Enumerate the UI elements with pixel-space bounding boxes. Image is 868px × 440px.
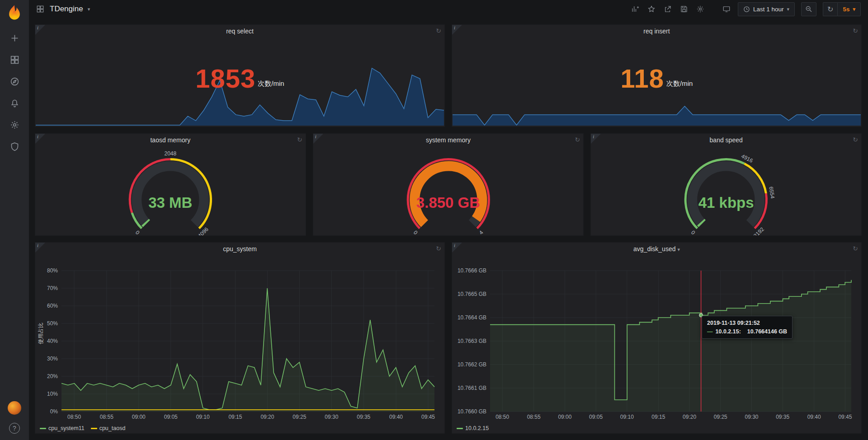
svg-text:09:05: 09:05 (164, 414, 178, 420)
legend-item[interactable]: cpu_taosd (91, 425, 126, 431)
svg-text:08:50: 08:50 (67, 414, 81, 420)
panel-title[interactable]: req select (35, 25, 444, 37)
refresh-interval-caret-icon: ▾ (853, 6, 855, 12)
chart-legend: cpu_system11 cpu_taosd (40, 425, 125, 431)
svg-text:0%: 0% (50, 408, 58, 415)
svg-text:08:50: 08:50 (495, 414, 509, 420)
alerting-bell-icon[interactable] (9, 98, 19, 108)
svg-text:10.7663 GB: 10.7663 GB (458, 338, 486, 344)
configuration-gear-icon[interactable] (9, 120, 19, 130)
refresh-button-group: ↻ 5s ▾ (823, 2, 861, 16)
panel-title[interactable]: taosd memory (35, 134, 306, 146)
panel-info-icon[interactable]: i (35, 25, 45, 35)
cycle-view-monitor-icon[interactable] (722, 4, 731, 14)
grafana-app: ? TDengine ▾ (0, 0, 868, 440)
legend-swatch (457, 428, 463, 429)
panel-info-icon[interactable]: i (313, 134, 323, 144)
svg-text:09:10: 09:10 (196, 414, 210, 420)
panel-info-icon[interactable]: i (591, 134, 601, 144)
panel-row-3: i cpu_system ↻ 使用占比 0%10%20%30%40%50%60%… (35, 242, 862, 434)
svg-text:30%: 30% (47, 356, 58, 362)
svg-text:2048: 2048 (164, 150, 176, 157)
panel-title[interactable]: req insert (452, 25, 861, 37)
svg-text:0: 0 (412, 229, 419, 235)
tooltip-series-swatch: — (707, 328, 713, 335)
dashboard-title-caret-icon[interactable]: ▾ (88, 6, 90, 12)
add-panel-icon[interactable] (630, 4, 640, 14)
sidebar: ? (0, 0, 29, 440)
avg-disk-used-chart[interactable]: 10.7660 GB10.7661 GB10.7662 GB10.7663 GB… (454, 267, 858, 421)
panel-body: 1853 次数/min (35, 37, 444, 126)
save-icon[interactable] (679, 4, 689, 14)
legend-item[interactable]: 10.0.2.15 (457, 425, 489, 431)
time-range-picker[interactable]: Last 1 hour ▾ (738, 2, 795, 16)
svg-text:10%: 10% (47, 391, 58, 397)
panel-title[interactable]: system memory (313, 134, 584, 146)
panel-loading-icon: ↻ (436, 245, 441, 252)
req-select-sparkline[interactable] (36, 65, 444, 126)
time-range-caret-icon: ▾ (787, 6, 790, 12)
band-speed-gauge[interactable]: 0491665548192 (591, 146, 861, 235)
tooltip-series-label: 10.0.2.15: (716, 328, 741, 335)
legend-label: cpu_taosd (99, 425, 126, 431)
system-memory-gauge[interactable]: 04 (313, 146, 584, 235)
star-icon[interactable] (646, 4, 656, 14)
dashboards-icon[interactable] (9, 55, 19, 65)
panel-title[interactable]: avg_disk_used ▾ (452, 243, 861, 255)
create-plus-icon[interactable] (9, 33, 19, 43)
svg-text:80%: 80% (47, 267, 58, 274)
navbar-left: TDengine ▾ (35, 4, 90, 14)
svg-text:0: 0 (690, 229, 697, 235)
svg-text:09:30: 09:30 (745, 414, 758, 420)
svg-text:0: 0 (134, 229, 141, 235)
svg-text:09:35: 09:35 (776, 414, 789, 420)
legend-label: cpu_system11 (48, 425, 85, 431)
share-icon[interactable] (663, 4, 673, 14)
svg-text:08:55: 08:55 (527, 414, 541, 420)
panel-title[interactable]: cpu_system (35, 243, 444, 255)
user-avatar[interactable] (8, 401, 21, 415)
panel-info-icon[interactable]: i (35, 243, 45, 253)
svg-text:09:40: 09:40 (389, 414, 403, 420)
panel-info-icon[interactable]: i (452, 25, 462, 35)
svg-text:09:25: 09:25 (714, 414, 727, 420)
panel-info-icon[interactable]: i (452, 243, 462, 253)
server-admin-shield-icon[interactable] (9, 141, 19, 151)
panel-title[interactable]: band speed (591, 134, 861, 146)
svg-text:4: 4 (478, 229, 485, 235)
dashboard-title[interactable]: TDengine (50, 5, 83, 14)
svg-text:09:35: 09:35 (357, 414, 370, 420)
panel-info-icon[interactable]: i (35, 134, 45, 144)
panel-loading-icon: ↻ (297, 136, 302, 143)
panel-title-caret-icon: ▾ (677, 247, 680, 252)
legend-item[interactable]: cpu_system11 (40, 425, 85, 431)
panel-req-select: i req select ↻ 1853 次数/min (35, 24, 445, 127)
panel-taosd-memory: i taosd memory ↻ 020484096 33 MB (35, 133, 306, 236)
y-axis-label: 使用占比 (37, 323, 45, 344)
svg-text:60%: 60% (47, 303, 58, 309)
svg-text:10.7664 GB: 10.7664 GB (458, 314, 486, 321)
panel-body: 10.7660 GB10.7661 GB10.7662 GB10.7663 GB… (452, 255, 861, 433)
req-insert-sparkline[interactable] (453, 65, 861, 126)
panel-loading-icon: ↻ (853, 245, 858, 252)
dashboard-content: i req select ↻ 1853 次数/min i req insert … (29, 18, 868, 440)
zoom-out-button[interactable] (801, 2, 816, 16)
svg-text:10.7665 GB: 10.7665 GB (458, 291, 486, 297)
refresh-button[interactable]: ↻ (823, 2, 837, 16)
cpu-system-chart[interactable]: 0%10%20%30%40%50%60%70%80%08:5008:5509:0… (37, 267, 441, 421)
tooltip-time: 2019-11-13 09:21:52 (707, 320, 787, 326)
settings-gear-icon[interactable] (695, 4, 705, 14)
svg-text:09:15: 09:15 (228, 414, 242, 420)
panel-cpu-system: i cpu_system ↻ 使用占比 0%10%20%30%40%50%60%… (35, 242, 445, 434)
chart-tooltip: 2019-11-13 09:21:52 — 10.0.2.15: 10.7664… (702, 316, 793, 339)
help-icon[interactable]: ? (9, 423, 20, 434)
panel-body: 使用占比 0%10%20%30%40%50%60%70%80%08:5008:5… (35, 255, 444, 433)
svg-text:09:15: 09:15 (651, 414, 665, 420)
refresh-interval-dropdown[interactable]: 5s ▾ (837, 2, 861, 16)
svg-text:09:00: 09:00 (132, 414, 146, 420)
dashboard-grid-icon[interactable] (35, 4, 45, 14)
taosd-memory-gauge[interactable]: 020484096 (35, 146, 306, 235)
grafana-logo-icon[interactable] (6, 4, 23, 21)
panel-loading-icon: ↻ (575, 136, 580, 143)
explore-compass-icon[interactable] (9, 76, 19, 86)
